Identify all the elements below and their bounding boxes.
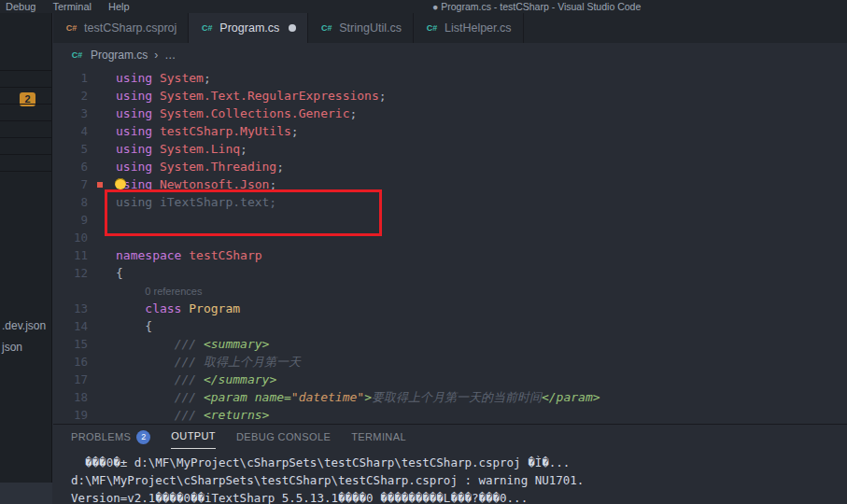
code-text: using System.Linq; [100, 140, 247, 158]
window-title: ● Program.cs - testCSharp - Visual Studi… [432, 0, 641, 13]
line-number: 5 [53, 140, 100, 158]
code-line: 18 /// <param name="datetime">要取得上个月第一天的… [53, 388, 847, 406]
code-line: 19 /// <returns> [53, 406, 847, 424]
code-text: using Newtonsoft.Json; [100, 175, 276, 193]
output-line: d:\MF\MyProject\cSharpSets\testCSharp\te… [71, 471, 847, 489]
output-console[interactable]: ���0�± d:\MF\MyProject\cSharpSets\testCS… [53, 449, 847, 504]
code-line: 1using System; [53, 69, 847, 87]
line-number: 17 [53, 371, 100, 388]
code-line: 2using System.Text.RegularExpressions; [53, 87, 847, 105]
tab-StringUtil.cs[interactable]: C#StringUtil.cs [308, 13, 414, 43]
line-number: 12 [53, 264, 100, 282]
problems-count-badge: 2 [136, 430, 150, 444]
tab-label: Program.cs [219, 21, 279, 35]
code-line: 15 /// <summary> [53, 335, 847, 353]
line-number: 10 [53, 229, 100, 246]
tab-Program.cs[interactable]: C#Program.cs [189, 13, 308, 43]
panel-tab-output[interactable]: OUTPUT [171, 425, 216, 449]
cs-file-icon: C# [70, 50, 84, 60]
menu-bar: DebugTerminalHelp [6, 0, 130, 13]
output-line: Version=v2.1����0��iTextSharp 5.5.13.1��… [71, 489, 847, 504]
code-line: 9 [53, 211, 847, 229]
menu-help[interactable]: Help [108, 0, 130, 13]
sidebar-separator [0, 120, 52, 121]
code-text: using System.Threading; [100, 158, 284, 175]
code-line: 6using System.Threading; [53, 158, 847, 175]
sidebar-separator [0, 87, 52, 88]
code-line: 5using System.Linq; [53, 140, 847, 158]
line-number: 15 [53, 335, 100, 353]
cs-icon: C# [425, 23, 439, 33]
modified-dot-icon[interactable] [289, 24, 296, 32]
line-number: 8 [53, 193, 100, 211]
code-text: /// <summary> [100, 335, 269, 353]
code-text: using System.Collections.Generic; [100, 105, 357, 122]
lightbulb-icon[interactable] [115, 178, 126, 189]
breadcrumb-file[interactable]: Program.cs [91, 49, 148, 62]
code-editor[interactable]: 1using System;2using System.Text.Regular… [53, 67, 847, 424]
line-number: 13 [53, 300, 100, 317]
tab-testCSharp.csproj[interactable]: C#testCSharp.csproj [53, 13, 189, 43]
line-number: 9 [53, 211, 100, 229]
tab-label: StringUtil.cs [339, 21, 402, 35]
code-line: 14 { [53, 317, 847, 335]
panel-tab-label: OUTPUT [171, 425, 216, 448]
code-text [100, 211, 116, 229]
bottom-panel: PROBLEMS2OUTPUTDEBUG CONSOLETERMINAL ���… [53, 424, 847, 504]
line-number: 1 [53, 69, 100, 87]
panel-tab-label: PROBLEMS [71, 426, 131, 449]
codelens-row: 0 references [53, 282, 847, 300]
code-text: /// 取得上个月第一天 [100, 353, 301, 371]
sidebar-separator [0, 154, 52, 155]
code-line: 8using iTextSharp.text; [53, 193, 847, 211]
panel-tab-problems[interactable]: PROBLEMS2 [71, 425, 150, 449]
breadcrumb[interactable]: C# Program.cs › … [53, 43, 847, 67]
line-number: 11 [53, 246, 100, 264]
chevron-right-icon: › [154, 49, 158, 62]
code-line: 17 /// </summary> [53, 371, 847, 388]
tab-bar: C#testCSharp.csprojC#Program.csC#StringU… [53, 13, 847, 43]
code-line: 11namespace testCSharp [53, 246, 847, 264]
sidebar[interactable]: 2 .dev.jsonjson [0, 13, 52, 504]
code-text: { [100, 264, 123, 282]
menu-debug[interactable]: Debug [6, 0, 35, 13]
code-text: { [100, 317, 152, 335]
tab-ListHelper.cs[interactable]: C#ListHelper.cs [414, 13, 524, 43]
error-marker-icon [97, 182, 103, 188]
breadcrumb-more[interactable]: … [164, 49, 176, 62]
line-number: 16 [53, 353, 100, 371]
sidebar-file-item[interactable]: .dev.json [2, 319, 46, 332]
code-text: /// <param name="datetime">要取得上个月第一天的当前时… [100, 388, 600, 406]
code-text: namespace testCSharp [100, 246, 262, 264]
code-text: using testCSharp.MyUtils; [100, 122, 299, 140]
line-number: 19 [53, 406, 100, 424]
line-number [53, 282, 100, 300]
line-number: 14 [53, 317, 100, 335]
sidebar-file-item[interactable]: json [2, 341, 22, 354]
code-text: using System.Text.RegularExpressions; [100, 87, 387, 105]
code-text: /// <returns> [100, 406, 269, 424]
cs-icon: C# [200, 23, 214, 33]
line-number: 7 [53, 175, 100, 193]
code-line: 10 [53, 229, 847, 246]
sidebar-separator [0, 137, 52, 138]
sidebar-separator [0, 171, 52, 172]
line-number: 3 [53, 105, 100, 122]
tab-label: ListHelper.cs [445, 21, 512, 35]
codelens-label[interactable]: 0 references [100, 282, 202, 300]
menu-terminal[interactable]: Terminal [52, 0, 92, 13]
title-bar: DebugTerminalHelp ● Program.cs - testCSh… [0, 0, 847, 13]
code-line: 16 /// 取得上个月第一天 [53, 353, 847, 371]
code-line: 7using Newtonsoft.Json; [53, 175, 847, 193]
panel-tab-debug-console[interactable]: DEBUG CONSOLE [236, 425, 331, 449]
code-text: /// </summary> [100, 371, 276, 388]
panel-tab-terminal[interactable]: TERMINAL [351, 425, 406, 449]
cs-icon: C# [319, 23, 333, 33]
line-number: 4 [53, 122, 100, 140]
sidebar-separator [0, 70, 52, 71]
code-line: 12{ [53, 264, 847, 282]
line-number: 18 [53, 388, 100, 406]
line-number: 6 [53, 158, 100, 175]
sidebar-separator [0, 104, 52, 105]
line-number: 2 [53, 87, 100, 105]
